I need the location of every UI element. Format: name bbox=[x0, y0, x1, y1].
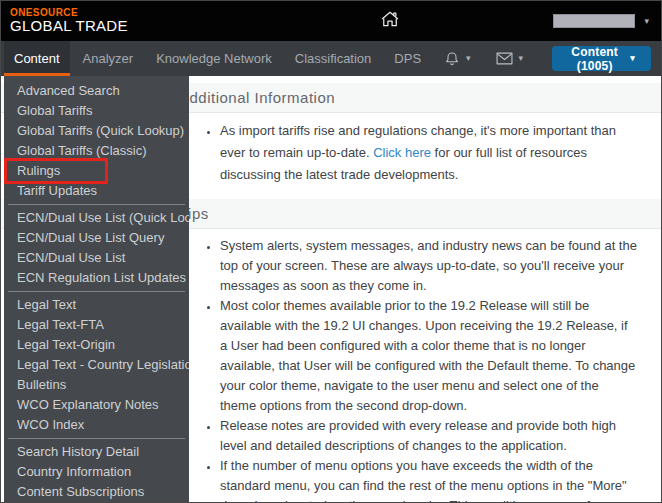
menu-item-wco-explanatory-notes[interactable]: WCO Explanatory Notes bbox=[4, 395, 189, 415]
menu-item-country-information[interactable]: Country Information bbox=[4, 462, 189, 482]
content-count-label: Content (1005) bbox=[568, 45, 621, 73]
list-item: System alerts, system messages, and indu… bbox=[220, 236, 637, 296]
list-item: As import tariffs rise and regulations c… bbox=[220, 120, 637, 186]
menu-item-search-history-detail[interactable]: Search History Detail bbox=[4, 442, 189, 462]
menu-item-content-subscriptions[interactable]: Content Subscriptions bbox=[4, 482, 189, 502]
user-caret-down-icon: ▾ bbox=[644, 17, 649, 26]
menu-item-ecn-dual-use-list[interactable]: ECN/Dual Use List bbox=[4, 248, 189, 268]
top-bar: ONESOURCE GLOBAL TRADE ▾ bbox=[1, 1, 661, 41]
menu-item-legal-text-fta[interactable]: Legal Text-FTA bbox=[4, 315, 189, 335]
menu-item-ecn-dual-use-list-query[interactable]: ECN/Dual Use List Query bbox=[4, 228, 189, 248]
menu-divider bbox=[8, 204, 185, 205]
tab-dps[interactable]: DPS bbox=[384, 41, 431, 76]
menu-item-ecn-regulation-list-updates[interactable]: ECN Regulation List Updates bbox=[4, 268, 189, 288]
list-item: If the number of menu options you have e… bbox=[220, 456, 637, 502]
notifications-menu[interactable]: ▾ bbox=[434, 51, 481, 67]
brand-global-trade: GLOBAL TRADE bbox=[10, 18, 128, 34]
messages-menu[interactable]: ▾ bbox=[486, 52, 534, 65]
menu-item-global-tariffs-classic[interactable]: Global Tariffs (Classic) bbox=[4, 141, 189, 161]
notifications-caret-down-icon: ▾ bbox=[466, 54, 471, 63]
list-item: Release notes are provided with every re… bbox=[220, 416, 637, 456]
main-navbar: Content Analyzer Knowledge Network Class… bbox=[1, 41, 661, 76]
user-name-redacted bbox=[553, 14, 635, 28]
content-button-caret-down-icon: ▾ bbox=[630, 54, 635, 63]
menu-item-legal-text-origin[interactable]: Legal Text-Origin bbox=[4, 335, 189, 355]
app-window: ONESOURCE GLOBAL TRADE ▾ Content Analyze… bbox=[0, 0, 662, 503]
bell-icon bbox=[444, 51, 460, 67]
menu-item-global-tariffs[interactable]: Global Tariffs bbox=[4, 101, 189, 121]
menu-item-ecn-dual-use-list-quick-lookup[interactable]: ECN/Dual Use List (Quick Lookup) bbox=[4, 208, 189, 228]
menu-divider bbox=[8, 291, 185, 292]
user-account-menu[interactable]: ▾ bbox=[553, 1, 649, 41]
menu-item-legal-text-country-legislation[interactable]: Legal Text - Country Legislation bbox=[4, 355, 189, 375]
content-count-button[interactable]: Content (1005) ▾ bbox=[552, 46, 651, 71]
menu-item-legal-text[interactable]: Legal Text bbox=[4, 295, 189, 315]
menu-item-advanced-search[interactable]: Advanced Search bbox=[4, 81, 189, 101]
tab-analyzer[interactable]: Analyzer bbox=[73, 41, 144, 76]
menu-item-tariff-updates[interactable]: Tariff Updates bbox=[4, 181, 189, 201]
list-item: Most color themes available prior to the… bbox=[220, 296, 637, 416]
content-dropdown-menu: Advanced Search Global Tariffs Global Ta… bbox=[4, 76, 189, 502]
menu-item-bulletins[interactable]: Bulletins bbox=[4, 375, 189, 395]
nav-icon-area: ▾ ▾ Content (1005) ▾ bbox=[434, 41, 661, 76]
menu-item-wco-index[interactable]: WCO Index bbox=[4, 415, 189, 435]
menu-item-global-tariffs-quick-lookup[interactable]: Global Tariffs (Quick Lookup) bbox=[4, 121, 189, 141]
menu-divider bbox=[8, 438, 185, 439]
tab-knowledge-network[interactable]: Knowledge Network bbox=[146, 41, 282, 76]
brand-logo: ONESOURCE GLOBAL TRADE bbox=[1, 8, 128, 34]
envelope-icon bbox=[496, 52, 513, 65]
home-icon[interactable] bbox=[380, 9, 400, 29]
menu-item-rulings[interactable]: Rulings bbox=[4, 161, 189, 181]
click-here-link[interactable]: Click here bbox=[373, 145, 431, 160]
tab-content[interactable]: Content bbox=[4, 41, 70, 76]
tab-classification[interactable]: Classification bbox=[285, 41, 382, 76]
messages-caret-down-icon: ▾ bbox=[519, 54, 524, 63]
